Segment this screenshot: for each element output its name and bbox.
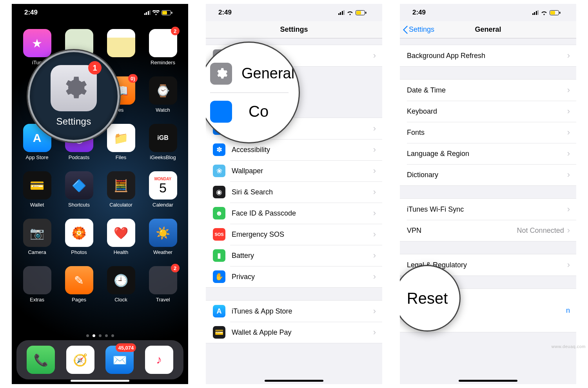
nav-bar: Settings General <box>400 21 576 38</box>
phone-home-screen: 2:49 ★iTun 2Reminders 📖0)es ⌚Watch AApp … <box>12 4 188 384</box>
wifi-icon <box>347 10 354 15</box>
status-time: 2:49 <box>24 9 38 16</box>
app-folder-travel[interactable]: 2Travel <box>145 266 180 303</box>
row-reset[interactable]: Reset <box>407 290 448 307</box>
chevron-right-icon: › <box>567 170 570 180</box>
app-clock[interactable]: 🕘Clock <box>103 266 138 303</box>
row-emergency-sos[interactable]: SOSEmergency SOS› <box>206 224 382 245</box>
row-label: General <box>241 65 294 82</box>
app-weather[interactable]: ☀️Weather <box>145 219 180 255</box>
row-siri-search[interactable]: ◉Siri & Search› <box>206 181 382 203</box>
home-indicator[interactable] <box>71 380 129 382</box>
control-center-icon <box>210 101 232 123</box>
badge: 1 <box>88 61 102 74</box>
row-background-app-refresh[interactable]: Background App Refresh› <box>400 45 576 66</box>
wallet-icon: 💳 <box>213 326 225 339</box>
app-photos[interactable]: 🏵️Photos <box>62 219 96 255</box>
app-shortcuts[interactable]: 🔷Shortcuts <box>62 171 96 208</box>
phone-general: 2:49 Settings General Background App Ref… <box>400 4 576 384</box>
app-calculator[interactable]: 🧮Calculator <box>103 171 138 208</box>
row-date-time[interactable]: Date & Time› <box>400 80 576 101</box>
chevron-right-icon: › <box>373 229 376 239</box>
row-language-region[interactable]: Language & Region› <box>400 143 576 164</box>
app-files[interactable]: 📁Files <box>103 124 138 160</box>
svg-rect-7 <box>550 11 555 15</box>
wallpaper-icon: ❀ <box>213 165 225 177</box>
row-keyboard[interactable]: Keyboard› <box>400 101 576 122</box>
row-itunes-wifi-sync[interactable]: iTunes Wi-Fi Sync› <box>400 199 576 220</box>
row-wallpaper[interactable]: ❀Wallpaper› <box>206 160 382 181</box>
badge: 45,074 <box>116 343 136 352</box>
svg-rect-4 <box>356 11 361 15</box>
cellular-icon <box>144 10 151 15</box>
app-health[interactable]: ❤️Health <box>103 219 138 255</box>
row-privacy[interactable]: ✋Privacy› <box>206 266 382 287</box>
chevron-right-icon: › <box>567 260 570 270</box>
row-general[interactable]: General <box>210 57 294 90</box>
nav-title: Settings <box>280 25 308 34</box>
vpn-status: Not Connected <box>517 227 564 235</box>
chevron-left-icon <box>403 25 408 34</box>
app-pages[interactable]: ✎Pages <box>62 266 96 303</box>
chevron-right-icon: › <box>373 166 376 176</box>
faceid-icon: ☻ <box>213 207 225 219</box>
status-time: 2:49 <box>412 9 426 16</box>
siri-icon: ◉ <box>213 186 225 198</box>
status-bar: 2:49 <box>400 4 576 21</box>
row-dictionary[interactable]: Dictionary› <box>400 164 576 185</box>
dock-mail[interactable]: ✉️45,074 <box>105 346 134 374</box>
status-bar: 2:49 <box>12 4 188 21</box>
chevron-right-icon: › <box>567 204 570 214</box>
appstore-icon: A <box>213 305 225 317</box>
chevron-right-icon: › <box>373 306 376 316</box>
app-igeeksblog[interactable]: iGBiGeeksBlog <box>145 124 180 160</box>
settings-app-icon[interactable]: 1 <box>51 65 97 111</box>
svg-rect-8 <box>559 12 561 14</box>
app-wallet[interactable]: 💳Wallet <box>20 171 54 208</box>
app-calendar[interactable]: Monday5Calendar <box>145 171 180 208</box>
watermark: www.deuaq.com <box>552 344 586 349</box>
back-button[interactable]: Settings <box>403 25 434 34</box>
row-accessibility[interactable]: ✽Accessibility› <box>206 139 382 160</box>
chevron-right-icon: › <box>373 51 376 61</box>
svg-rect-2 <box>171 12 172 14</box>
gear-icon <box>210 63 232 85</box>
badge: 2 <box>171 264 180 272</box>
dock: 📞 🧭 ✉️45,074 ♪ <box>16 340 183 379</box>
app-notes[interactable] <box>103 29 138 65</box>
row-wallet-applepay[interactable]: 💳Wallet & Apple Pay› <box>206 322 382 343</box>
app-watch[interactable]: ⌚Watch <box>145 76 180 113</box>
row-vpn[interactable]: VPNNot Connected› <box>400 220 576 241</box>
row-fonts[interactable]: Fonts› <box>400 122 576 143</box>
chevron-right-icon: › <box>373 208 376 218</box>
row-faceid-passcode[interactable]: ☻Face ID & Passcode› <box>206 203 382 224</box>
dock-safari[interactable]: 🧭 <box>66 346 94 374</box>
status-time: 2:49 <box>218 9 232 16</box>
chevron-right-icon: › <box>567 85 570 95</box>
chevron-right-icon: › <box>373 123 376 134</box>
chevron-right-icon: › <box>373 187 376 197</box>
chevron-right-icon: › <box>373 327 376 337</box>
chevron-right-icon: › <box>373 145 376 155</box>
app-reminders[interactable]: 2Reminders <box>145 29 180 65</box>
dock-phone[interactable]: 📞 <box>27 346 55 374</box>
chevron-right-icon: › <box>567 149 570 159</box>
badge: 2 <box>171 27 180 35</box>
badge: 0) <box>128 74 138 83</box>
svg-rect-5 <box>365 12 367 14</box>
cellular-icon <box>532 10 539 15</box>
page-indicator <box>12 334 188 337</box>
home-indicator[interactable] <box>459 380 517 382</box>
row-battery[interactable]: ▮Battery› <box>206 245 382 266</box>
dock-music[interactable]: ♪ <box>145 346 173 374</box>
chevron-right-icon: › <box>567 51 570 61</box>
app-folder-extras[interactable]: Extras <box>20 266 54 303</box>
sos-icon: SOS <box>213 228 225 241</box>
accessibility-icon: ✽ <box>213 143 225 156</box>
app-camera[interactable]: 📷Camera <box>20 219 54 255</box>
home-indicator[interactable] <box>265 380 323 382</box>
wifi-icon <box>541 10 548 15</box>
wifi-icon <box>152 10 160 15</box>
battery-icon <box>162 10 172 15</box>
row-itunes-appstore[interactable]: AiTunes & App Store› <box>206 301 382 322</box>
